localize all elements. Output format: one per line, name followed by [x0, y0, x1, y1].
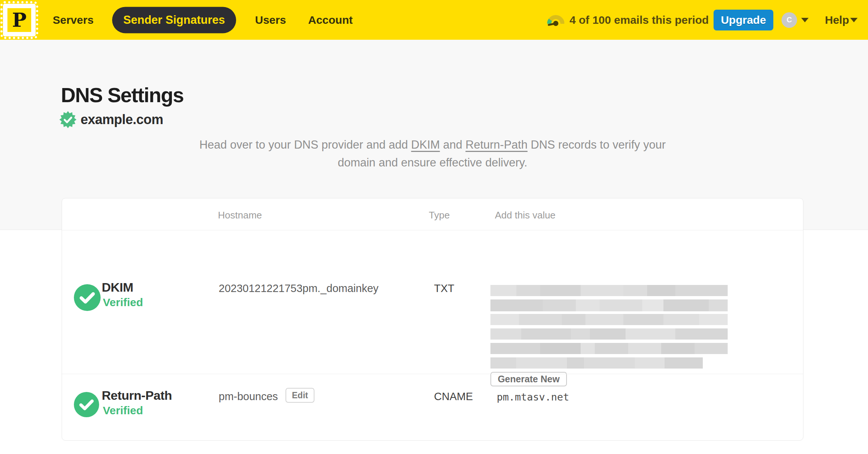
postage-stamp-icon: P — [7, 8, 31, 32]
record-type: CNAME — [434, 390, 473, 403]
description-text: and — [440, 138, 466, 151]
nav-item-servers[interactable]: Servers — [53, 14, 94, 26]
help-menu[interactable]: Help — [825, 14, 849, 26]
user-avatar[interactable]: C — [781, 12, 797, 28]
page-title: DNS Settings — [61, 83, 183, 107]
nav-item-sender-signatures[interactable]: Sender Signatures — [112, 7, 236, 33]
description-text: Head over to your DNS provider and add — [199, 138, 411, 151]
record-hostname: pm-bounces — [219, 390, 278, 403]
table-row-return-path: Return-Path Verified pm-bounces Edit CNA… — [62, 374, 803, 441]
domain-row: example.com — [59, 111, 163, 128]
redacted-value-bar — [490, 285, 728, 296]
help-caret-down-icon[interactable] — [850, 18, 858, 22]
verified-seal-icon — [59, 111, 76, 128]
column-header-add-this-value: Add this value — [495, 210, 555, 221]
logo-letter: P — [12, 10, 26, 30]
redacted-value-bar — [490, 357, 703, 369]
record-hostname: 20230121221753pm._domainkey — [219, 282, 379, 295]
redacted-value-bar — [490, 314, 728, 325]
page-description: Head over to your DNS provider and add D… — [62, 136, 803, 172]
dkim-link[interactable]: DKIM — [411, 138, 440, 151]
redacted-value-bar — [490, 299, 728, 311]
column-header-type: Type — [429, 210, 450, 221]
record-status-badge: Verified — [103, 404, 143, 417]
column-header-hostname: Hostname — [218, 210, 262, 221]
domain-name: example.com — [81, 112, 163, 127]
table-row-dkim: DKIM Verified 20230121221753pm._domainke… — [62, 230, 803, 374]
redacted-dns-value — [490, 285, 728, 372]
table-header-row: Hostname Type Add this value — [62, 198, 803, 230]
redacted-value-bar — [490, 343, 728, 354]
record-type: TXT — [434, 282, 454, 295]
avatar-caret-down-icon[interactable] — [801, 18, 809, 22]
record-name: Return-Path — [102, 388, 172, 403]
usage-counter: 4 of 100 emails this period — [570, 14, 709, 26]
nav-item-users[interactable]: Users — [255, 14, 286, 26]
return-path-link[interactable]: Return-Path — [466, 138, 528, 151]
upgrade-button[interactable]: Upgrade — [714, 10, 773, 30]
usage-gauge-icon — [547, 14, 564, 26]
check-circle-icon — [74, 392, 99, 417]
dns-settings-page: P Servers Sender Signatures Users Accoun… — [0, 0, 868, 454]
nav-item-account[interactable]: Account — [308, 14, 353, 26]
top-nav-bar: P Servers Sender Signatures Users Accoun… — [0, 0, 868, 40]
check-circle-icon — [74, 284, 101, 311]
redacted-value-bar — [490, 328, 728, 340]
record-status-badge: Verified — [103, 296, 143, 309]
postmark-logo[interactable]: P — [3, 4, 36, 36]
nav-item-label: Sender Signatures — [123, 13, 225, 27]
record-value: pm.mtasv.net — [497, 391, 569, 403]
dns-records-card: Hostname Type Add this value DKIM Verifi… — [62, 198, 803, 441]
record-name: DKIM — [102, 280, 133, 295]
edit-button[interactable]: Edit — [285, 388, 314, 403]
